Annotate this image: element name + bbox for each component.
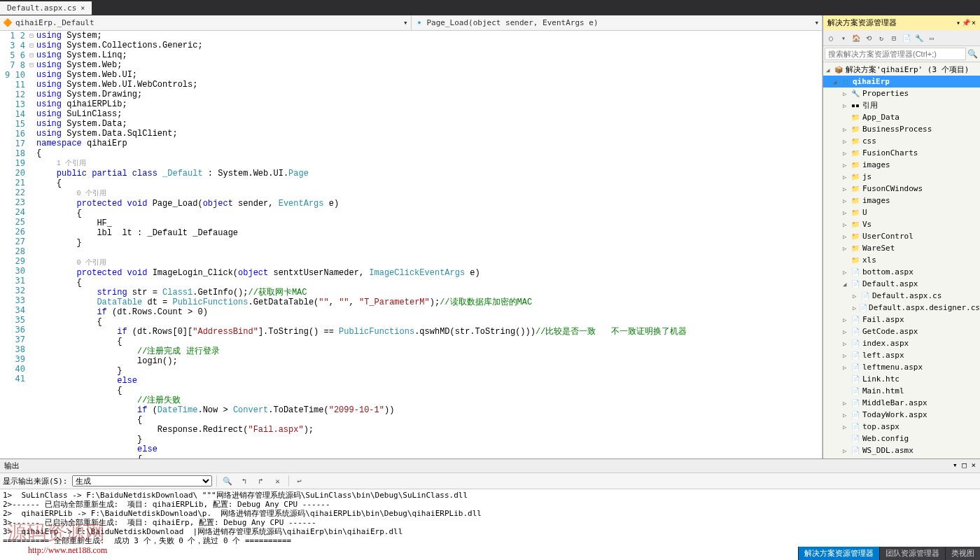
tab-class-view[interactable]: 类视图: [945, 547, 980, 560]
method-icon: 🔹: [414, 18, 424, 28]
chevron-down-icon: ▾: [814, 18, 819, 27]
node-link-htc[interactable]: 📄Link.htc: [823, 373, 980, 385]
collapse-icon[interactable]: ⊟: [888, 32, 899, 43]
fold-column[interactable]: ⊟ ⊟ ⊟ ⊟: [29, 31, 36, 458]
node-fail-aspx[interactable]: ▷📄Fail.aspx: [823, 314, 980, 326]
node-js[interactable]: ▷📁js: [823, 171, 980, 183]
output-title-bar: 输出 ▾ □ ×: [0, 459, 980, 473]
tab-label: Default.aspx.cs: [7, 4, 76, 13]
node-getcode-aspx[interactable]: ▷📄GetCode.aspx: [823, 326, 980, 337]
search-icon[interactable]: 🔍: [966, 48, 979, 60]
node-properties[interactable]: ▷🔧Properties: [823, 88, 980, 99]
node-appdata[interactable]: 📁App_Data: [823, 111, 980, 123]
output-panel: 输出 ▾ □ × 显示输出来源(S): 生成 🔍 ↰ ↱ ✕ ↩ 1> SuLi…: [0, 458, 980, 560]
chevron-down-icon: ▾: [403, 18, 408, 27]
clear-icon[interactable]: ✕: [272, 475, 284, 487]
node-fusioncharts[interactable]: ▷📁FusionCharts: [823, 147, 980, 159]
home-icon[interactable]: 🏠: [850, 32, 862, 43]
search-input[interactable]: [825, 48, 966, 60]
node-bottom-aspx[interactable]: ▷📄bottom.aspx: [823, 266, 980, 278]
node-vs[interactable]: ▷📁Vs: [823, 218, 980, 230]
node-xls[interactable]: 📁xls: [823, 254, 980, 266]
node-leftmenu-aspx[interactable]: ▷📄leftmenu.aspx: [823, 361, 980, 373]
node-fusoncwindows[interactable]: ▷📁FusonCWindows: [823, 183, 980, 195]
node-images2[interactable]: ▷📁images: [823, 195, 980, 206]
close-icon[interactable]: ×: [972, 19, 976, 27]
solution-toolbar: ◯ ▾ 🏠 ⟲ ↻ ⊟ 📄 🔧 ▭: [823, 30, 980, 46]
solution-root[interactable]: ◢📦解决方案'qihaiErp' (3 个项目): [823, 64, 980, 76]
solution-tree[interactable]: ◢📦解决方案'qihaiErp' (3 个项目) ◢⬚qihaiErp ▷🔧Pr…: [823, 62, 980, 458]
output-source-select[interactable]: 生成: [72, 475, 212, 486]
project-qihaierp[interactable]: ◢⬚qihaiErp: [823, 76, 980, 88]
node-left-aspx[interactable]: ▷📄left.aspx: [823, 349, 980, 361]
node-wareset[interactable]: ▷📁WareSet: [823, 242, 980, 254]
dropdown-icon[interactable]: ▾: [953, 461, 958, 470]
solution-title-bar: 解决方案资源管理器 ▾ 📌 ×: [823, 15, 980, 30]
next-icon[interactable]: ↱: [255, 475, 267, 487]
wrap-icon[interactable]: ↩: [293, 475, 306, 487]
node-references[interactable]: ▷▪▪引用: [823, 99, 980, 111]
pin-icon[interactable]: 📌: [962, 19, 970, 27]
node-zc-aspx[interactable]: ▷📄zc.aspx: [823, 456, 980, 458]
class-dropdown[interactable]: 🔶 qihaiErp._Default ▾: [0, 15, 412, 30]
preview-icon[interactable]: ▭: [926, 32, 937, 43]
node-usercontrol[interactable]: ▷📁UserControl: [823, 230, 980, 242]
solution-search: 🔍: [823, 46, 980, 62]
tab-solution-explorer[interactable]: 解决方案资源管理器: [798, 547, 879, 560]
node-webconfig[interactable]: 📄Web.config: [823, 433, 980, 444]
bottom-tabs: 解决方案资源管理器 团队资源管理器 类视图: [798, 547, 980, 560]
node-default-aspx-cs[interactable]: ▷📄Default.aspx.cs: [823, 290, 980, 302]
close-icon[interactable]: ×: [80, 4, 85, 12]
find-icon[interactable]: 🔍: [221, 475, 234, 487]
output-toolbar: 显示输出来源(S): 生成 🔍 ↰ ↱ ✕ ↩: [0, 473, 980, 489]
code-area[interactable]: 1 2 3 4 5 6 7 8 9 10 11 12 13 14 15 16 1…: [0, 31, 822, 458]
navigation-bar: 🔶 qihaiErp._Default ▾ 🔹 Page_Load(object…: [0, 15, 822, 31]
tab-team-explorer[interactable]: 团队资源管理器: [879, 547, 945, 560]
back-icon[interactable]: ◯: [825, 32, 836, 43]
refresh-icon[interactable]: ↻: [876, 32, 887, 43]
class-icon: 🔶: [3, 18, 13, 28]
maximize-icon[interactable]: □: [962, 461, 967, 470]
node-css[interactable]: ▷📁css: [823, 135, 980, 147]
node-main-html[interactable]: 📄Main.html: [823, 385, 980, 397]
document-tab-bar: Default.aspx.cs ×: [0, 0, 980, 15]
show-all-icon[interactable]: 📄: [901, 32, 912, 43]
code-content[interactable]: using System; using System.Collections.G…: [36, 31, 822, 458]
node-u[interactable]: ▷📁U: [823, 206, 980, 218]
node-default-designer-cs[interactable]: ▷📄Default.aspx.designer.cs: [823, 302, 980, 314]
code-editor: 🔶 qihaiErp._Default ▾ 🔹 Page_Load(object…: [0, 15, 822, 458]
forward-icon[interactable]: ▾: [838, 32, 849, 43]
node-default-aspx[interactable]: ◢📄Default.aspx: [823, 278, 980, 290]
close-icon[interactable]: ×: [971, 461, 976, 470]
node-businessprocess[interactable]: ▷📁BusinessProcess: [823, 123, 980, 135]
member-dropdown[interactable]: 🔹 Page_Load(object sender, EventArgs e) …: [412, 15, 822, 30]
node-top-aspx[interactable]: ▷📄top.aspx: [823, 421, 980, 433]
node-middlebar-aspx[interactable]: ▷📄MiddleBar.aspx: [823, 397, 980, 409]
sync-icon[interactable]: ⟲: [863, 32, 874, 43]
node-todaywork-aspx[interactable]: ▷📄TodayWork.aspx: [823, 409, 980, 421]
solution-explorer: 解决方案资源管理器 ▾ 📌 × ◯ ▾ 🏠 ⟲ ↻ ⊟ 📄 🔧 ▭ 🔍 ◢📦解决…: [822, 15, 980, 458]
dropdown-icon[interactable]: ▾: [956, 19, 960, 27]
file-tab[interactable]: Default.aspx.cs ×: [0, 1, 92, 15]
line-numbers: 1 2 3 4 5 6 7 8 9 10 11 12 13 14 15 16 1…: [0, 31, 29, 458]
node-index-aspx[interactable]: ▷📄index.aspx: [823, 337, 980, 349]
prev-icon[interactable]: ↰: [238, 475, 251, 487]
properties-icon[interactable]: 🔧: [913, 32, 925, 43]
node-images[interactable]: ▷📁images: [823, 159, 980, 171]
node-wsddl-asmx[interactable]: ▷📄WS_DDL.asmx: [823, 444, 980, 456]
